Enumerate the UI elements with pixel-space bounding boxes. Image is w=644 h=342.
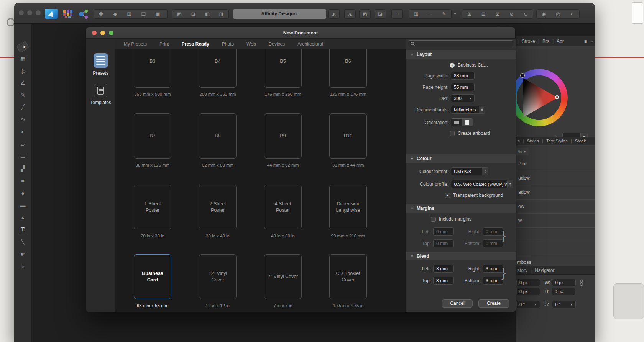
- preset-card[interactable]: 4 Sheet Poster: [264, 185, 302, 229]
- preset-card[interactable]: B6: [329, 49, 367, 88]
- preset-category-tab[interactable]: Press Ready: [182, 41, 209, 47]
- opacity-dropdown[interactable]: %▼: [516, 148, 529, 155]
- margin-right-field[interactable]: 0 mm: [483, 227, 503, 236]
- tab-history[interactable]: story: [518, 268, 527, 273]
- stepper-icon[interactable]: ▲▼: [482, 168, 488, 175]
- section-header-margins[interactable]: ▼ Margins: [406, 204, 516, 213]
- triangle-tool[interactable]: ▲: [18, 213, 28, 223]
- height-field[interactable]: 0 px: [552, 288, 575, 295]
- arrange-back-icon[interactable]: ◨: [215, 10, 229, 18]
- effect-row[interactable]: [516, 242, 595, 256]
- marquee-grid-icon[interactable]: ▣: [151, 10, 165, 18]
- shear-field[interactable]: 0 °▼: [552, 301, 576, 308]
- preset-name-chip[interactable]: + Business Ca…: [406, 62, 516, 69]
- zoom-tool[interactable]: ⌕: [18, 262, 28, 272]
- colour-picker-tool[interactable]: ╲: [18, 237, 28, 247]
- place-image-tool[interactable]: ▭: [18, 151, 28, 161]
- margin-bottom-field[interactable]: 0 mm: [483, 239, 503, 247]
- transparent-background-checkbox[interactable]: ✓: [445, 193, 450, 198]
- tab-styles[interactable]: Styles: [527, 139, 539, 143]
- page-height-field[interactable]: 55 mm: [451, 83, 475, 91]
- arrange-front-icon[interactable]: ◧: [200, 10, 215, 18]
- preset-card[interactable]: B10: [329, 113, 367, 159]
- arrange-forward-icon[interactable]: ◩: [172, 10, 187, 18]
- preset-card[interactable]: 7" Vinyl Cover: [264, 254, 302, 299]
- corner-tool[interactable]: ∠: [18, 78, 28, 88]
- preset-card[interactable]: 12" Vinyl Cover: [199, 254, 237, 299]
- ellipse-tool[interactable]: ●: [18, 188, 28, 198]
- effect-row[interactable]: ow: [516, 200, 595, 214]
- create-button[interactable]: Create: [478, 299, 509, 308]
- node-tool[interactable]: △: [16, 64, 30, 77]
- window-zoom-button[interactable]: [36, 10, 41, 15]
- preset-category-tab[interactable]: Photo: [222, 41, 234, 47]
- preset-category-tab[interactable]: My Presets: [124, 41, 147, 47]
- window-close-button[interactable]: [19, 10, 24, 15]
- rail-item-templates[interactable]: Templates: [86, 84, 115, 105]
- boolean-combine-icon[interactable]: ⊕: [519, 10, 533, 18]
- tab-swatches-cut[interactable]: s: [518, 139, 520, 143]
- section-header-bleed[interactable]: ▼ Bleed: [406, 252, 516, 260]
- tab-navigator[interactable]: Navigator: [535, 268, 554, 273]
- rectangle-tool[interactable]: ■: [18, 176, 28, 186]
- bleed-right-field[interactable]: 3 mm: [483, 265, 503, 273]
- preset-search-input[interactable]: [408, 40, 513, 47]
- margin-top-field[interactable]: 0 mm: [433, 239, 454, 247]
- grid-icon[interactable]: ▦: [122, 10, 136, 18]
- export-icon[interactable]: →: [423, 10, 437, 18]
- include-margins-checkbox[interactable]: [431, 217, 436, 222]
- view-tool[interactable]: ☛: [18, 249, 28, 259]
- margin-left-field[interactable]: 0 mm: [433, 227, 454, 236]
- preset-card[interactable]: B4: [199, 49, 237, 88]
- rail-item-presets[interactable]: Presets: [86, 53, 115, 76]
- x-position-field[interactable]: 0 px: [516, 279, 540, 286]
- effect-row-emboss[interactable]: mboss: [517, 260, 531, 265]
- grid-select-icon[interactable]: ▤: [136, 10, 151, 18]
- order-backward-icon[interactable]: ◪: [375, 9, 386, 19]
- preset-card[interactable]: 2 Sheet Poster: [199, 185, 237, 229]
- tab-stroke[interactable]: Stroke: [522, 39, 535, 44]
- effect-row[interactable]: adow: [516, 185, 595, 200]
- pencil-tool[interactable]: ╱: [18, 102, 28, 112]
- rotation-field[interactable]: 0 °▼: [516, 301, 540, 308]
- shapes-overlap-icon[interactable]: ◆: [108, 10, 122, 18]
- pen-tool[interactable]: ✎: [18, 90, 28, 100]
- page-width-field[interactable]: 88 mm: [451, 72, 475, 80]
- cancel-button[interactable]: Cancel: [442, 299, 473, 308]
- stepper-icon[interactable]: ▲▼: [507, 180, 513, 188]
- orientation-landscape-button[interactable]: [451, 119, 462, 126]
- panel-menu-icon[interactable]: ≡: [584, 39, 588, 44]
- rounded-rectangle-tool[interactable]: ▬: [18, 200, 28, 210]
- insert-inside-icon[interactable]: ◎: [551, 10, 565, 18]
- window-minimize-button[interactable]: [27, 10, 32, 15]
- effect-row[interactable]: [516, 228, 595, 242]
- orientation-portrait-button[interactable]: [462, 119, 473, 126]
- y-position-field[interactable]: 0 px: [516, 288, 540, 295]
- artboard-tool[interactable]: ▦: [18, 53, 28, 63]
- tab-stock[interactable]: Stock: [575, 139, 586, 143]
- order-forward-icon[interactable]: ◩: [359, 9, 371, 19]
- effect-row[interactable]: w: [516, 214, 595, 228]
- preset-card[interactable]: Dimension Lengthwise: [329, 185, 367, 229]
- tab-appearance[interactable]: Apr: [557, 39, 564, 44]
- add-preset-icon[interactable]: +: [450, 63, 455, 68]
- preset-category-tab[interactable]: Print: [159, 41, 169, 47]
- effect-row[interactable]: Blur: [516, 157, 595, 171]
- preset-card[interactable]: B9: [264, 113, 302, 159]
- preset-card[interactable]: B5: [264, 49, 302, 88]
- create-artboard-checkbox[interactable]: [450, 131, 455, 136]
- link-dimensions-icon[interactable]: [580, 278, 583, 287]
- bleed-bottom-field[interactable]: 3 mm: [483, 277, 503, 285]
- section-header-layout[interactable]: ▼ Layout: [406, 50, 516, 59]
- toolbar-dropdown-caret[interactable]: ▼: [453, 12, 457, 16]
- preset-category-tab[interactable]: Architectural: [297, 41, 323, 47]
- vector-brush-tool[interactable]: ∿: [18, 115, 28, 124]
- move-tool[interactable]: ▲: [16, 41, 30, 53]
- preset-category-tab[interactable]: Web: [246, 41, 256, 47]
- arrange-backward-icon[interactable]: ◪: [187, 10, 201, 18]
- alignment-icon[interactable]: ≡: [391, 9, 403, 19]
- boolean-subtract-icon[interactable]: ⊟: [476, 10, 491, 18]
- preset-card[interactable]: 1 Sheet Poster: [134, 185, 171, 229]
- preset-card[interactable]: B3: [134, 49, 171, 88]
- hue-handle[interactable]: [520, 73, 525, 78]
